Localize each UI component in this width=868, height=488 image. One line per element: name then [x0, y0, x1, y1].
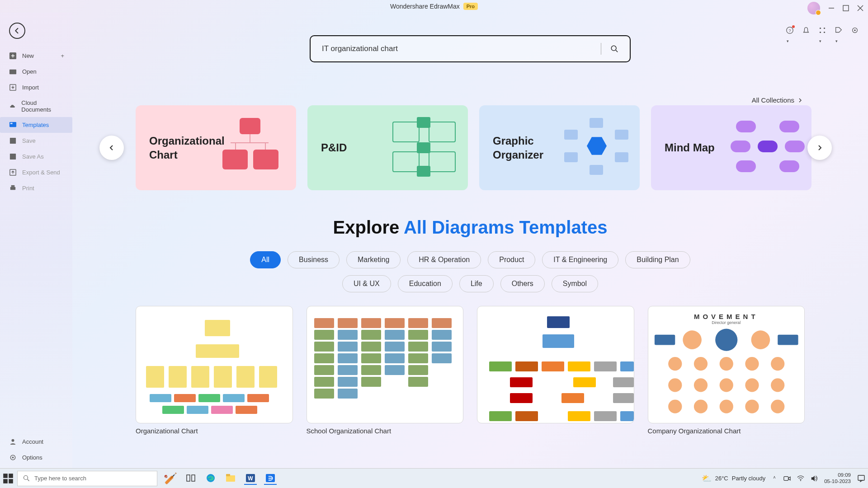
filter-uiux[interactable]: UI & UX	[342, 275, 391, 292]
taskbar-time: 09:09	[838, 472, 851, 479]
mindmap-icon	[732, 116, 802, 179]
svg-point-40	[693, 378, 707, 392]
folder-icon	[9, 68, 17, 75]
svg-point-36	[719, 357, 733, 371]
account-icon	[9, 438, 17, 446]
sidebar-item-label: Templates	[22, 122, 49, 128]
filter-product[interactable]: Product	[488, 251, 535, 268]
svg-point-26	[12, 457, 14, 459]
svg-rect-50	[9, 474, 13, 478]
start-button[interactable]	[3, 473, 14, 484]
template-thumbnail	[477, 306, 634, 423]
wifi-icon[interactable]	[797, 475, 804, 482]
filter-building[interactable]: Building Plan	[625, 251, 690, 268]
taskbar-search[interactable]: Type here to search	[17, 471, 157, 486]
explore-pre: Explore	[333, 217, 404, 237]
filter-it[interactable]: IT & Engineering	[542, 251, 618, 268]
filter-marketing[interactable]: Marketing	[346, 251, 401, 268]
sidebar-item-label: Cloud Documents	[21, 99, 63, 113]
svg-point-30	[715, 329, 737, 351]
close-icon[interactable]	[857, 5, 863, 11]
sidebar-item-templates[interactable]: Templates	[0, 117, 72, 133]
export-icon	[9, 169, 17, 176]
template-card[interactable]: MOVEMENT Director general Company Organi…	[648, 306, 805, 435]
filter-others[interactable]: Others	[500, 275, 545, 292]
import-icon	[9, 84, 17, 91]
search-bar[interactable]	[310, 35, 631, 62]
explorer-icon[interactable]	[224, 472, 237, 485]
taskbar-app-icon[interactable]: 🏏	[164, 472, 177, 485]
carousel-next[interactable]	[807, 136, 832, 160]
meet-now-icon[interactable]	[783, 475, 791, 482]
templates-icon	[9, 121, 17, 129]
sidebar-item-new[interactable]: New +	[0, 48, 72, 64]
filter-education[interactable]: Education	[398, 275, 453, 292]
template-thumbnail: MOVEMENT Director general	[648, 306, 805, 423]
sidebar-item-cloud[interactable]: Cloud Documents	[0, 95, 72, 117]
template-card[interactable]: Organizational Chart	[136, 306, 293, 435]
back-button[interactable]	[9, 23, 25, 39]
taskbar-datetime[interactable]: 09:09 05-10-2023	[824, 472, 851, 485]
sidebar-item-label: Print	[22, 185, 34, 192]
taskbar-date: 05-10-2023	[824, 479, 851, 485]
plus-icon[interactable]: +	[61, 52, 64, 59]
volume-icon[interactable]	[811, 475, 818, 482]
chevron-right-icon	[798, 98, 802, 103]
gear-icon	[9, 454, 17, 461]
category-carousel: Organizational Chart P&ID Graphic Organi…	[136, 105, 805, 190]
template-card[interactable]: School Organizational Chart	[307, 306, 464, 435]
svg-point-65	[800, 480, 801, 481]
all-collections-link[interactable]: All Collections	[752, 96, 802, 104]
edrawmax-icon[interactable]: ∋	[264, 472, 277, 485]
template-movement-title: MOVEMENT	[654, 313, 799, 320]
taskbar-weather[interactable]: ⛅ 26°C Partly cloudy	[702, 474, 765, 483]
sidebar-item-label: Export & Send	[22, 169, 60, 176]
svg-rect-15	[9, 70, 16, 74]
main-area: All Collections Organizational Chart P&I…	[72, 13, 868, 488]
sidebar-item-options[interactable]: Options	[0, 450, 72, 465]
category-mindmap[interactable]: Mind Map	[651, 105, 811, 190]
sidebar-item-saveas: Save As	[0, 149, 72, 164]
svg-rect-51	[3, 479, 8, 483]
svg-point-48	[771, 400, 784, 413]
svg-point-38	[771, 357, 784, 371]
filter-symbol[interactable]: Symbol	[552, 275, 598, 292]
search-input[interactable]	[322, 44, 592, 53]
sidebar-item-account[interactable]: Account	[0, 434, 72, 450]
edge-icon[interactable]	[204, 472, 217, 485]
search-icon	[23, 475, 30, 482]
minimize-icon[interactable]	[828, 5, 835, 11]
sidebar-item-label: Account	[22, 438, 43, 445]
svg-point-29	[683, 330, 702, 349]
maximize-icon[interactable]	[843, 5, 849, 11]
sidebar-item-import[interactable]: Import	[0, 80, 72, 95]
search-icon[interactable]	[610, 45, 618, 53]
carousel-prev[interactable]	[99, 136, 124, 160]
category-org-chart[interactable]: Organizational Chart	[136, 105, 296, 190]
svg-point-44	[668, 400, 682, 413]
filter-life[interactable]: Life	[459, 275, 494, 292]
svg-rect-19	[10, 138, 16, 144]
org-chart-icon	[217, 116, 287, 179]
task-view-icon[interactable]	[184, 472, 197, 485]
sidebar-item-label: Save As	[22, 153, 44, 160]
category-pid[interactable]: P&ID	[307, 105, 468, 190]
category-label: Mind Map	[665, 141, 715, 155]
category-label: Organizational Chart	[149, 134, 222, 162]
cloud-icon	[9, 103, 16, 110]
template-card[interactable]	[477, 306, 634, 435]
filter-business[interactable]: Business	[288, 251, 340, 268]
svg-rect-59	[226, 474, 230, 476]
sidebar-item-save: Save	[0, 133, 72, 149]
tray-chevron-icon[interactable]: ＾	[772, 474, 777, 482]
word-icon[interactable]: W	[244, 472, 257, 485]
svg-point-53	[24, 476, 28, 480]
category-graphic-organizer[interactable]: Graphic Organizer	[479, 105, 640, 190]
notifications-icon[interactable]	[857, 474, 865, 483]
filter-hr[interactable]: HR & Operation	[407, 251, 481, 268]
svg-rect-56	[192, 475, 195, 481]
filter-all[interactable]: All	[250, 251, 281, 268]
sidebar-item-label: Import	[22, 84, 39, 91]
sidebar-item-label: Save	[22, 137, 36, 144]
sidebar-item-open[interactable]: Open	[0, 64, 72, 80]
